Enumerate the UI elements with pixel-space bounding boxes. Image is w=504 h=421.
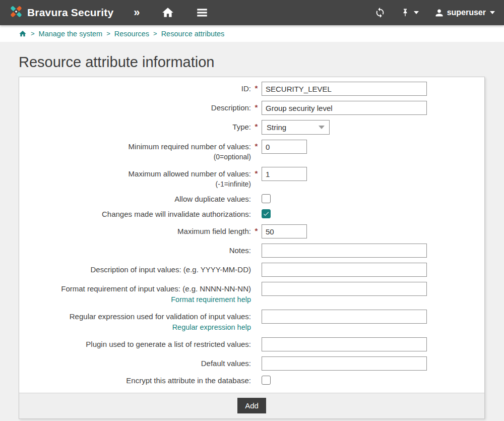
required-asterisk: * — [251, 224, 262, 235]
input-values-description-input[interactable] — [262, 263, 427, 277]
form-row-default-values: Default values: — [19, 356, 484, 371]
home-icon — [161, 6, 174, 19]
default-values-input[interactable] — [262, 356, 427, 371]
home-button[interactable] — [161, 6, 174, 19]
max-field-length-input[interactable] — [262, 224, 307, 238]
max-values-input[interactable] — [262, 167, 307, 181]
brand-name: Bravura Security — [27, 7, 113, 19]
format-requirement-help-link[interactable]: Format requirement help — [19, 294, 251, 305]
form-row-plugin: Plugin used to generate a list of restri… — [19, 337, 484, 351]
type-select[interactable]: String — [262, 120, 330, 135]
notes-label: Notes: — [19, 244, 251, 256]
input-values-description-label: Description of input values: (e.g. YYYY-… — [19, 263, 251, 275]
form-row-notes: Notes: — [19, 244, 484, 258]
menu-button[interactable] — [196, 6, 209, 19]
resource-attribute-form: ID: * Description: * Type: * String Mini — [19, 77, 485, 419]
type-select-value: String — [267, 123, 286, 132]
id-input[interactable] — [262, 82, 427, 96]
type-label: Type: — [19, 120, 251, 132]
description-input[interactable] — [262, 101, 427, 115]
expand-menu-button[interactable]: » — [134, 7, 140, 18]
refresh-icon — [374, 7, 386, 18]
default-values-label: Default values: — [19, 356, 251, 369]
form-row-input-values-description: Description of input values: (e.g. YYYY-… — [19, 263, 484, 277]
form-row-invalidate-authorizations: Changes made will invalidate authorizati… — [19, 209, 484, 219]
required-asterisk: * — [251, 101, 262, 111]
form-row-description: Description: * — [19, 101, 484, 115]
form-row-min-values: Minimum required number of values: (0=op… — [19, 140, 484, 162]
caret-down-icon — [490, 11, 495, 14]
hamburger-menu-icon — [196, 6, 209, 19]
caret-down-icon — [414, 11, 419, 14]
required-asterisk: * — [251, 82, 262, 92]
breadcrumb-home-link[interactable] — [19, 30, 27, 38]
form-footer: Add — [19, 393, 484, 418]
form-row-regular-expression: Regular expression used for validation o… — [19, 310, 484, 332]
top-navbar: Bravura Security » superuser — [0, 0, 504, 25]
encrypt-label: Encrypt this attribute in the database: — [19, 376, 251, 386]
allow-duplicates-checkbox[interactable] — [262, 194, 271, 203]
max-values-sublabel: (-1=infinite) — [216, 180, 251, 188]
brand-logo[interactable]: Bravura Security — [9, 5, 113, 21]
breadcrumb-link-resources[interactable]: Resources — [114, 30, 149, 38]
required-asterisk: * — [251, 120, 262, 131]
notes-input[interactable] — [262, 244, 427, 258]
invalidate-authorizations-label: Changes made will invalidate authorizati… — [19, 209, 251, 219]
home-icon — [19, 30, 27, 38]
breadcrumb-link-manage-the-system[interactable]: Manage the system — [39, 30, 103, 38]
regular-expression-help-link[interactable]: Regular expression help — [19, 322, 251, 332]
form-row-max-field-length: Maximum field length: * — [19, 224, 484, 238]
max-values-label: Maximum allowed number of values: — [129, 169, 251, 178]
form-row-max-values: Maximum allowed number of values: (-1=in… — [19, 167, 484, 189]
form-row-allow-duplicates: Allow duplicate values: — [19, 194, 484, 204]
pin-icon — [401, 8, 410, 18]
breadcrumb-link-resource-attributes[interactable]: Resource attributes — [161, 30, 225, 38]
check-icon — [263, 210, 270, 217]
form-row-id: ID: * — [19, 82, 484, 96]
user-menu-button[interactable]: superuser — [434, 8, 495, 18]
bravura-logo-icon — [9, 5, 23, 21]
min-values-input[interactable] — [262, 140, 307, 154]
form-row-encrypt: Encrypt this attribute in the database: — [19, 376, 484, 386]
allow-duplicates-label: Allow duplicate values: — [19, 194, 251, 204]
plugin-input[interactable] — [262, 337, 427, 351]
id-label: ID: — [19, 82, 251, 94]
user-icon — [434, 8, 445, 18]
form-row-type: Type: * String — [19, 120, 484, 135]
min-values-label: Minimum required number of values: — [129, 142, 251, 151]
user-name-label: superuser — [447, 8, 486, 17]
breadcrumb-separator: > — [106, 30, 110, 37]
required-asterisk: * — [251, 167, 262, 177]
format-requirement-label: Format requirement of input values: (e.g… — [61, 284, 251, 293]
plugin-label: Plugin used to generate a list of restri… — [19, 337, 251, 349]
breadcrumb: > Manage the system > Resources > Resour… — [0, 25, 504, 42]
chevron-down-icon — [319, 126, 325, 129]
form-row-format-requirement: Format requirement of input values: (e.g… — [19, 282, 484, 305]
invalidate-authorizations-checkbox[interactable] — [262, 209, 271, 218]
min-values-sublabel: (0=optional) — [214, 153, 251, 161]
description-label: Description: — [19, 101, 251, 113]
regular-expression-input[interactable] — [262, 310, 427, 324]
max-field-length-label: Maximum field length: — [19, 224, 251, 236]
breadcrumb-separator: > — [31, 30, 35, 37]
add-button[interactable]: Add — [237, 398, 266, 413]
required-asterisk: * — [251, 140, 262, 150]
breadcrumb-separator: > — [153, 30, 157, 37]
refresh-button[interactable] — [374, 7, 386, 18]
page-title: Resource attribute information — [19, 54, 504, 71]
encrypt-checkbox[interactable] — [262, 376, 271, 385]
pin-menu-button[interactable] — [401, 8, 419, 18]
format-requirement-input[interactable] — [262, 282, 427, 296]
regular-expression-label: Regular expression used for validation o… — [70, 312, 251, 321]
